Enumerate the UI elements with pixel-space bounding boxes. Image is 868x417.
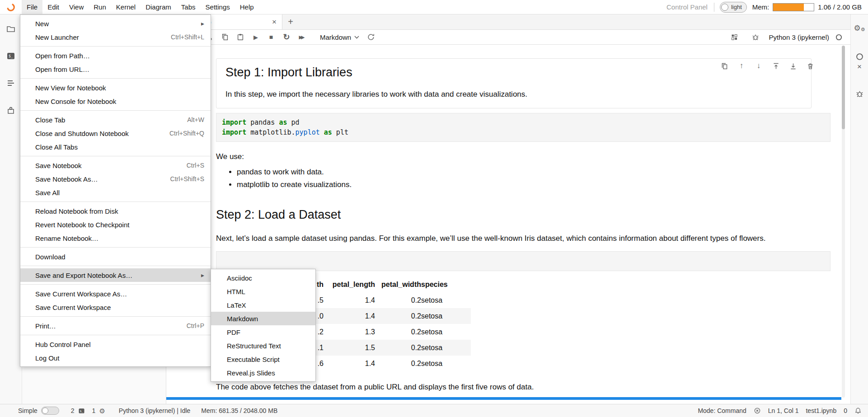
table-row: .6 1.4 0.2 setosa	[312, 356, 471, 371]
paste-cell-button[interactable]	[233, 31, 248, 43]
menu-item-close-all-tabs[interactable]: Close All Tabs	[20, 140, 211, 154]
menu-item-save-current-workspace[interactable]: Save Current Workspace	[20, 300, 211, 314]
duplicate-cell-icon[interactable]	[719, 61, 729, 71]
menu-item-close-and-shutdown-notebook[interactable]: Close and Shutdown Notebook Ctrl+Shift+Q	[20, 127, 211, 140]
menu-kernel[interactable]: Kernel	[111, 0, 141, 14]
menu-item-open-from-url[interactable]: Open from URL…	[20, 62, 211, 76]
menu-item-new-console-for-notebook[interactable]: New Console for Notebook	[20, 94, 211, 108]
chevron-down-icon	[354, 36, 359, 39]
terminals-count[interactable]: 2	[71, 407, 75, 414]
menu-item-new-view-for-notebook[interactable]: New View for Notebook	[20, 81, 211, 94]
simple-mode-toggle[interactable]	[41, 407, 59, 415]
bell-icon[interactable]	[854, 407, 862, 414]
kernels-count[interactable]: 1	[92, 407, 96, 414]
menu-tabs[interactable]: Tabs	[176, 0, 201, 14]
menu-settings[interactable]: Settings	[201, 0, 235, 14]
jupyter-logo-icon	[6, 2, 16, 12]
accessibility-icon[interactable]	[754, 407, 761, 414]
extension-manager-icon[interactable]	[6, 106, 15, 115]
menu-item-reload-notebook-from-disk[interactable]: Reload Notebook from Disk	[20, 204, 211, 218]
menu-item-rename-notebook[interactable]: Rename Notebook…	[20, 231, 211, 245]
tab-close-icon[interactable]: ×	[270, 18, 278, 26]
menu-item-download[interactable]: Download	[20, 250, 211, 263]
libraries-list: pandas to work with data. matplotlib to …	[216, 166, 821, 191]
terminal-icon[interactable]: $_	[78, 408, 85, 414]
sync-diagram-button[interactable]	[364, 31, 378, 43]
debugger-icon[interactable]	[748, 31, 763, 43]
code-cell-imports[interactable]: import pandas as pd import matplotlib.py…	[216, 113, 830, 142]
delete-cell-icon[interactable]	[805, 61, 815, 71]
run-cell-button[interactable]: ▶	[249, 31, 263, 43]
vertical-scrollbar[interactable]	[842, 46, 845, 398]
submenu-item-revealjs-slides[interactable]: Reveal.js Slides	[211, 366, 315, 380]
menu-edit[interactable]: Edit	[42, 0, 64, 14]
restart-run-all-button[interactable]: ▶▶	[295, 31, 309, 43]
kernel-status-text[interactable]: Python 3 (ipykernel) | Idle	[119, 407, 191, 414]
table-row: .5 1.4 0.2 setosa	[312, 292, 471, 308]
menu-run[interactable]: Run	[89, 0, 111, 14]
menu-view[interactable]: View	[64, 0, 89, 14]
menu-diagram[interactable]: Diagram	[141, 0, 176, 14]
move-cell-up-icon[interactable]: ↑	[737, 61, 746, 71]
menu-item-revert-notebook-to-checkpoint[interactable]: Revert Notebook to Checkpoint	[20, 218, 211, 231]
submenu-item-pdf[interactable]: PDF	[211, 325, 315, 339]
move-cell-down-icon[interactable]: ↓	[754, 61, 764, 71]
vertical-scrollbar-thumb[interactable]	[842, 46, 845, 129]
menu-separator	[20, 46, 211, 47]
cell-type-dropdown[interactable]: Markdown	[316, 33, 363, 42]
kernels-gear-icon[interactable]: ⚙	[99, 408, 105, 414]
kernel-grid-icon[interactable]	[727, 31, 742, 43]
running-terminals-icon[interactable]: $_	[6, 52, 15, 61]
menu-help[interactable]: Help	[235, 0, 259, 14]
debugger-bug-icon[interactable]	[855, 89, 864, 98]
restart-kernel-button[interactable]: ↻	[279, 31, 294, 43]
menu-item-log-out[interactable]: Log Out	[20, 351, 211, 365]
command-mode-text[interactable]: Mode: Command	[698, 407, 746, 414]
notifications-count[interactable]: 0	[844, 407, 847, 414]
kernel-circle-icon[interactable]	[856, 53, 863, 61]
svg-text:$_: $_	[80, 409, 83, 412]
menu-item-save-all[interactable]: Save All	[20, 186, 211, 199]
menu-item-save-and-export-notebook-as[interactable]: Save and Export Notebook As… ▸	[20, 268, 211, 282]
new-tab-button[interactable]: +	[282, 14, 299, 29]
submenu-item-markdown[interactable]: Markdown	[211, 312, 315, 325]
menu-item-new[interactable]: New ▸	[20, 17, 211, 30]
submenu-arrow-icon: ▸	[201, 272, 204, 279]
copy-cell-button[interactable]	[218, 31, 232, 43]
markdown-cell-step2[interactable]: Step 2: Load a Dataset Next, let’s load …	[216, 207, 821, 243]
code-cell-load-dataset[interactable]	[216, 251, 830, 271]
insert-cell-above-icon[interactable]	[771, 61, 781, 71]
simple-mode-toggle-knob	[42, 408, 48, 414]
markdown-cell-we-use[interactable]: We use: pandas to work with data. matplo…	[216, 152, 821, 191]
we-use-text: We use:	[216, 152, 821, 161]
kernel-name[interactable]: Python 3 (ipykernel)	[769, 33, 829, 41]
interrupt-kernel-button[interactable]: ■	[264, 31, 278, 43]
memory-usage-bar	[773, 3, 814, 11]
submenu-item-html[interactable]: HTML	[211, 285, 315, 298]
close-panel-icon[interactable]: ×	[857, 62, 862, 71]
file-browser-icon[interactable]	[6, 24, 15, 33]
menu-file[interactable]: File	[22, 0, 42, 14]
submenu-item-latex[interactable]: LaTeX	[211, 298, 315, 312]
menu-item-print[interactable]: Print… Ctrl+P	[20, 319, 211, 333]
submenu-item-restructured-text[interactable]: ReStructured Text	[211, 339, 315, 352]
menu-item-save-notebook[interactable]: Save Notebook Ctrl+S	[20, 159, 211, 172]
submenu-item-executable-script[interactable]: Executable Script	[211, 352, 315, 366]
menu-separator	[20, 156, 211, 156]
menu-item-open-from-path[interactable]: Open from Path…	[20, 49, 211, 62]
table-of-contents-icon[interactable]	[6, 79, 15, 88]
menu-item-save-notebook-as[interactable]: Save Notebook As… Ctrl+Shift+S	[20, 172, 211, 186]
menu-item-new-launcher[interactable]: New Launcher Ctrl+Shift+L	[20, 30, 211, 44]
horizontal-scrollbar[interactable]	[166, 397, 841, 400]
step2-text: Next, let’s load a sample dataset using …	[216, 234, 821, 243]
control-panel-link[interactable]: Control Panel	[666, 3, 714, 12]
menu-item-close-tab[interactable]: Close Tab Alt+W	[20, 113, 211, 127]
menu-item-save-current-workspace-as[interactable]: Save Current Workspace As…	[20, 287, 211, 300]
property-inspector-icon[interactable]: ⚙⚙	[854, 24, 865, 32]
menu-item-hub-control-panel[interactable]: Hub Control Panel	[20, 337, 211, 351]
insert-cell-below-icon[interactable]	[788, 61, 798, 71]
cursor-position-text[interactable]: Ln 1, Col 1	[768, 407, 799, 414]
submenu-item-asciidoc[interactable]: Asciidoc	[211, 271, 315, 285]
theme-toggle[interactable]: light	[720, 2, 747, 13]
jupyter-logo	[0, 2, 22, 12]
